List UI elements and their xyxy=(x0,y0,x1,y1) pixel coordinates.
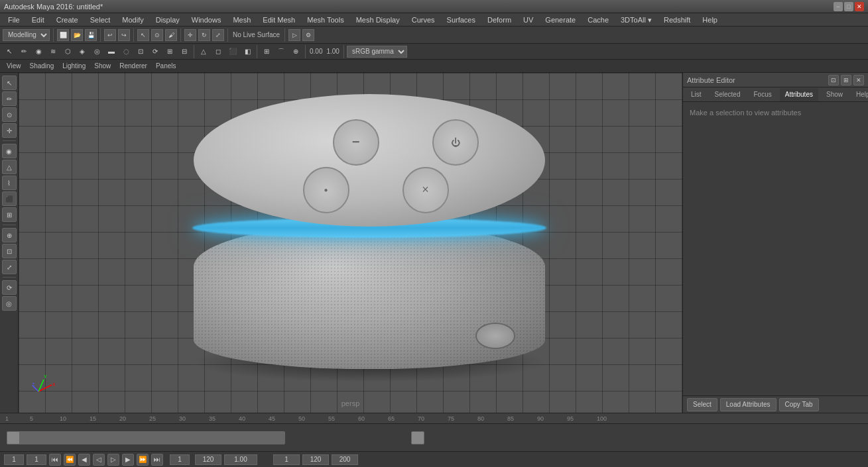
foamy-btn[interactable]: ◌ xyxy=(119,45,133,58)
edge-btn[interactable]: ◻ xyxy=(212,45,225,58)
max-frame-input[interactable] xyxy=(332,454,358,465)
tab-help[interactable]: Help xyxy=(851,88,868,101)
menu-uv[interactable]: UV xyxy=(518,13,538,26)
menu-edit[interactable]: Edit xyxy=(27,13,50,26)
step-back-button[interactable]: ⏪ xyxy=(64,454,76,466)
lasso-tool[interactable]: ⊙ xyxy=(151,29,163,41)
move-tool-left[interactable]: ✛ xyxy=(2,123,17,138)
renderer-menu[interactable]: Renderer xyxy=(115,60,151,73)
relax-btn[interactable]: ⬡ xyxy=(61,45,74,58)
menu-cache[interactable]: Cache xyxy=(582,13,614,26)
paint-btn[interactable]: ✏ xyxy=(17,45,31,58)
menu-display[interactable]: Display xyxy=(151,13,185,26)
menu-create[interactable]: Create xyxy=(51,13,84,26)
maximize-button[interactable]: □ xyxy=(844,2,853,11)
snap-btn[interactable]: ⊕ xyxy=(2,228,17,242)
end-frame-input[interactable] xyxy=(195,454,221,465)
object-mode-btn[interactable]: ◉ xyxy=(2,144,17,158)
edge-mode-btn[interactable]: ⌇ xyxy=(2,176,17,190)
start-frame-input[interactable] xyxy=(4,454,24,465)
face-btn[interactable]: ⬛ xyxy=(226,45,239,58)
panels-menu[interactable]: Panels xyxy=(152,60,180,73)
menu-mesh[interactable]: Mesh xyxy=(227,13,256,26)
new-scene-button[interactable]: ⬜ xyxy=(57,29,69,41)
select-mode-btn[interactable]: ↖ xyxy=(3,45,16,58)
amplify-btn[interactable]: ⊟ xyxy=(178,45,191,58)
viewport-3d[interactable]: − ⏻ ● × xyxy=(19,73,682,413)
uvshell-btn[interactable]: ◧ xyxy=(241,45,254,58)
range-start-input[interactable] xyxy=(273,454,300,465)
soft-select-btn[interactable]: ⊡ xyxy=(2,244,17,258)
menu-select[interactable]: Select xyxy=(85,13,116,26)
minimize-button[interactable]: − xyxy=(834,2,843,11)
lasso-tool-left[interactable]: ⊙ xyxy=(2,107,17,122)
gamma-selector[interactable]: sRGB gamma xyxy=(347,46,407,58)
component-mode-btn[interactable]: △ xyxy=(2,160,17,174)
repeat-btn[interactable]: ⟳ xyxy=(149,45,162,58)
next-frame-button[interactable]: ▶ xyxy=(122,454,134,466)
uv-mode-btn[interactable]: ⊞ xyxy=(2,207,17,222)
shading-menu[interactable]: Shading xyxy=(26,60,58,73)
select-button[interactable]: Select xyxy=(687,398,717,411)
current-frame-input[interactable] xyxy=(27,454,46,465)
face-mode-btn[interactable]: ⬛ xyxy=(2,191,17,206)
vertex-btn[interactable]: △ xyxy=(197,45,210,58)
lighting-menu[interactable]: Lighting xyxy=(58,60,90,73)
show-menu[interactable]: Show xyxy=(90,60,115,73)
prev-frame-button[interactable]: ◀ xyxy=(78,454,90,466)
history-btn[interactable]: ⟳ xyxy=(2,280,17,295)
select-tool-left[interactable]: ↖ xyxy=(2,76,17,90)
snap-point-btn[interactable]: ⊕ xyxy=(289,45,302,58)
scale-tool[interactable]: ⤢ xyxy=(212,29,224,41)
redo-button[interactable]: ↪ xyxy=(118,29,130,41)
grab-btn[interactable]: ◈ xyxy=(76,45,89,58)
attr-panel-btn-2[interactable]: ⊞ xyxy=(841,75,851,85)
pinch-btn[interactable]: ◎ xyxy=(90,45,103,58)
menu-modify[interactable]: Modify xyxy=(117,13,149,26)
snap-grid-btn[interactable]: ⊞ xyxy=(260,45,273,58)
menu-file[interactable]: File xyxy=(3,13,25,26)
frame-counter-input[interactable] xyxy=(170,454,190,465)
smear-btn[interactable]: ≋ xyxy=(46,45,60,58)
timeline-active-range[interactable] xyxy=(7,431,285,444)
tab-show[interactable]: Show xyxy=(821,88,848,101)
step-fwd-button[interactable]: ⏩ xyxy=(137,454,149,466)
open-scene-button[interactable]: 📂 xyxy=(71,29,83,41)
menu-redshift[interactable]: Redshift xyxy=(658,13,696,26)
bump-btn[interactable]: ⊞ xyxy=(163,45,176,58)
timeline-content[interactable] xyxy=(0,424,868,451)
tab-focus[interactable]: Focus xyxy=(748,88,776,101)
tab-list[interactable]: List xyxy=(686,88,707,101)
flatten-btn[interactable]: ▬ xyxy=(105,45,118,58)
go-end-button[interactable]: ⏭ xyxy=(151,454,163,466)
playback-speed-input[interactable] xyxy=(224,454,257,465)
paint-tool-left[interactable]: ✏ xyxy=(2,91,17,106)
rotate-tool[interactable]: ↻ xyxy=(198,29,210,41)
menu-help[interactable]: Help xyxy=(697,13,723,26)
timeline-marker-start[interactable] xyxy=(7,431,20,444)
select-tool[interactable]: ↖ xyxy=(137,29,149,41)
menu-mesh-display[interactable]: Mesh Display xyxy=(351,13,405,26)
menu-generate[interactable]: Generate xyxy=(540,13,581,26)
view-menu[interactable]: View xyxy=(3,60,25,73)
attr-panel-btn-1[interactable]: ⊡ xyxy=(828,75,839,85)
menu-windows[interactable]: Windows xyxy=(186,13,227,26)
play-fwd-button[interactable]: ▷ xyxy=(107,454,119,466)
save-scene-button[interactable]: 💾 xyxy=(85,29,97,41)
transform-btn[interactable]: ⤢ xyxy=(2,260,17,274)
close-button[interactable]: ✕ xyxy=(855,2,864,11)
paint-tool[interactable]: 🖌 xyxy=(165,29,177,41)
range-end-input[interactable] xyxy=(302,454,329,465)
tab-selected[interactable]: Selected xyxy=(710,88,746,101)
tab-attributes[interactable]: Attributes xyxy=(780,88,818,101)
timeline-ruler[interactable]: 1 5 10 15 20 25 30 35 40 45 50 55 60 65 … xyxy=(0,413,868,424)
spray-btn[interactable]: ⊡ xyxy=(134,45,147,58)
go-start-button[interactable]: ⏮ xyxy=(49,454,61,466)
menu-edit-mesh[interactable]: Edit Mesh xyxy=(257,13,300,26)
copy-tab-button[interactable]: Copy Tab xyxy=(779,398,819,411)
sculpt-btn[interactable]: ◉ xyxy=(32,45,45,58)
menu-3dto-all[interactable]: 3DToAll ▾ xyxy=(615,13,657,26)
undo-button[interactable]: ↩ xyxy=(104,29,116,41)
menu-deform[interactable]: Deform xyxy=(482,13,517,26)
menu-surfaces[interactable]: Surfaces xyxy=(442,13,481,26)
